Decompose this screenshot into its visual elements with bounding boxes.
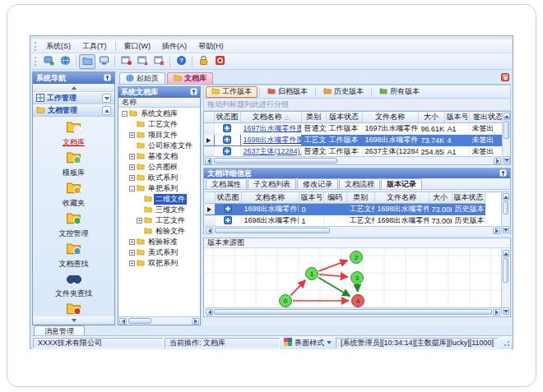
column-header[interactable]: 状态图 <box>215 192 241 204</box>
sidebar-item[interactable]: 文件夹查找 <box>37 272 111 299</box>
tree-item[interactable]: 工艺文件 <box>118 119 200 130</box>
sidebar-collapse-strip[interactable] <box>33 84 114 92</box>
menu-item[interactable]: 插件(A) <box>156 39 193 53</box>
toolbar-button[interactable] <box>134 54 151 69</box>
toolbar-button[interactable] <box>95 54 112 69</box>
toolbar-button[interactable] <box>118 54 134 69</box>
pin-icon[interactable] <box>190 88 197 97</box>
tree-item[interactable]: 三维文件 <box>118 205 200 215</box>
detail-tab[interactable]: 修改记录 <box>297 178 338 189</box>
doc-table-vscrollbar[interactable] <box>502 112 510 164</box>
menu-item[interactable]: 帮助(H) <box>193 39 230 53</box>
document-link[interactable]: 1698出水嘴零件图.dwg <box>244 136 302 144</box>
tree-item[interactable]: +基准文档 <box>118 151 200 162</box>
column-header[interactable]: 文档名称△ <box>240 112 301 123</box>
sidebar-item[interactable]: 文档查找 <box>37 242 111 270</box>
tree-toggle-icon[interactable]: + <box>129 239 135 245</box>
tree-item[interactable]: 公司标准文件 <box>118 141 200 151</box>
detail-tab[interactable]: 版本记录 <box>381 178 422 189</box>
sidebar-item[interactable]: 签出的文档 <box>37 302 111 316</box>
sidebar-item[interactable]: 模板库 <box>37 150 111 178</box>
sidebar-item[interactable]: 文控管理 <box>37 211 111 239</box>
version-table-hscrollbar[interactable] <box>205 226 501 234</box>
column-header[interactable]: 类别 <box>346 192 374 204</box>
tree-item[interactable]: +项目文件 <box>118 130 200 141</box>
tree-item[interactable]: -系统文档库 <box>118 108 200 119</box>
column-header[interactable]: 版本号 <box>444 112 469 123</box>
tree-hscrollbar[interactable] <box>118 316 200 325</box>
column-header[interactable]: 版本号 <box>299 192 323 204</box>
menu-item[interactable]: 工具(T) <box>77 39 113 53</box>
toolbar-button[interactable]: ? <box>173 54 189 69</box>
doc-table-hscrollbar[interactable] <box>204 156 502 164</box>
document-link[interactable]: 2637主体(12284).dwg <box>244 147 302 155</box>
menu-item[interactable]: 系统(S) <box>40 39 77 53</box>
column-header[interactable]: 大小 <box>418 112 444 123</box>
sidebar-expand-strip[interactable] <box>33 316 114 325</box>
toolbar-button[interactable] <box>195 54 211 69</box>
table-row[interactable]: 1698出水嘴零件图.dwg1工艺文件1698出水嘴零件图.dwg73.00KB… <box>205 215 485 227</box>
tree-column-header[interactable]: 名称 <box>118 98 200 108</box>
chevron-down-icon[interactable] <box>102 94 111 103</box>
table-row[interactable]: 1698出水嘴零件图.dwg工艺文件工作版本1698出水嘴零件图.dwg73.7… <box>204 135 507 146</box>
scroll-right-icon[interactable] <box>192 318 199 325</box>
tree-toggle-icon[interactable]: + <box>129 164 135 170</box>
tree-toggle-icon[interactable]: - <box>129 186 135 191</box>
scroll-thumb[interactable] <box>128 318 151 324</box>
close-icon[interactable] <box>501 73 509 81</box>
sidebar-item[interactable]: 文档库 <box>37 120 111 148</box>
version-button[interactable]: 所有版本 <box>374 86 425 98</box>
tree-item[interactable]: -单把系列 <box>118 183 200 194</box>
sidebar-panel-doc[interactable]: 文档管理 <box>33 104 114 117</box>
toolbar-button[interactable] <box>40 54 57 69</box>
column-header[interactable]: 版本状态 <box>326 112 362 123</box>
detail-tab[interactable]: 文档属性 <box>206 178 247 189</box>
table-row[interactable]: 1697出水嘴零件图.dwg普通文档工作版本1697出水嘴零件图.dwg96.6… <box>204 123 507 135</box>
sidebar-panel-work[interactable]: 工作管理 <box>33 92 114 104</box>
tree-item[interactable]: +工艺文件 <box>118 215 200 226</box>
tree-toggle-icon[interactable]: + <box>129 261 135 266</box>
toolbar-button[interactable] <box>151 54 167 69</box>
column-header[interactable]: 编码 <box>323 192 346 204</box>
column-header[interactable]: 文件名称 <box>374 192 429 204</box>
column-header[interactable]: 文档名称 <box>241 192 299 204</box>
tree-toggle-icon[interactable]: + <box>137 218 142 224</box>
version-table-vscrollbar[interactable] <box>501 192 509 234</box>
tree-item[interactable]: +欧式系列 <box>118 173 200 183</box>
tree-item[interactable]: +美式系列 <box>118 247 200 258</box>
tree-item[interactable]: 二维文件 <box>118 194 200 205</box>
tree-toggle-icon[interactable]: + <box>129 154 135 159</box>
chevron-up-icon[interactable] <box>102 106 111 115</box>
tree-item[interactable]: +双把系列 <box>118 258 200 269</box>
resize-grip[interactable] <box>502 339 510 347</box>
interface-style-button[interactable]: 界面样式 <box>281 338 334 348</box>
detail-tab[interactable]: 文档流程 <box>339 178 380 189</box>
toolbar-button[interactable] <box>79 54 95 69</box>
scroll-left-icon[interactable] <box>119 318 127 325</box>
column-header[interactable]: 状态图 <box>214 112 240 123</box>
tree-toggle-icon[interactable]: + <box>129 132 135 138</box>
column-header[interactable]: 大小 <box>429 192 452 204</box>
sidebar-item[interactable]: 收藏夹 <box>37 181 111 209</box>
tree-toggle-icon[interactable]: + <box>129 175 135 181</box>
tree-toggle-icon[interactable]: + <box>129 250 135 256</box>
graph-vscrollbar[interactable] <box>501 249 509 316</box>
pin-icon[interactable] <box>499 169 507 178</box>
tree-item[interactable]: 检验文件 <box>118 226 200 237</box>
tree-item[interactable]: +公共图框 <box>118 162 200 173</box>
column-header[interactable]: 类别 <box>301 112 326 123</box>
tab-startpage[interactable]: 起始页 <box>119 72 165 84</box>
toolbar-button[interactable] <box>211 54 228 69</box>
tree-toggle-icon[interactable]: - <box>122 111 128 117</box>
table-row[interactable]: 1698出水嘴零件图.dwg0工艺文件1698出水嘴零件图.dwg73.00KB… <box>205 204 485 215</box>
version-button[interactable]: 工作版本 <box>206 86 258 98</box>
tab-library[interactable]: 文档库 <box>167 72 213 84</box>
tree-item[interactable]: +检验标准 <box>118 237 200 247</box>
toolbar-button[interactable] <box>57 54 73 69</box>
menu-item[interactable]: 窗口(W) <box>118 39 157 53</box>
column-header[interactable]: 版本状态 <box>452 192 485 204</box>
pin-icon[interactable] <box>104 74 111 83</box>
document-link[interactable]: 1697出水嘴零件图.dwg <box>244 124 302 132</box>
column-header[interactable]: 文件名称 <box>362 112 418 123</box>
detail-tab[interactable]: 子文档列表 <box>248 178 296 189</box>
